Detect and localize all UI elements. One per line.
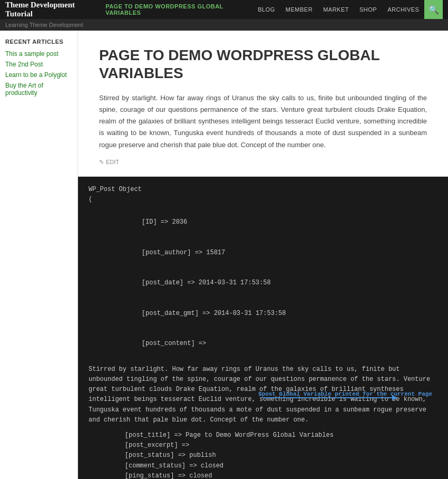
sidebar-section-title: RECENT ARTICLES — [5, 39, 72, 45]
debug-ind-ping-status: [ping_status] => closed — [110, 471, 437, 479]
debug-field-post-date-gmt: [post_date_gmt] => 2014-03-31 17:53:58 — [89, 299, 437, 329]
field-key-date: [post_date] => 2014-03-31 17:53:58 — [126, 279, 271, 286]
page-content-area: PAGE TO DEMO WORDPRESS GLOBAL VARIABLES … — [78, 31, 448, 177]
nav-item-market[interactable]: MARKET — [318, 6, 354, 13]
debug-field-post-date: [post_date] => 2014-03-31 17:53:58 — [89, 268, 437, 299]
field-key-content: [post_content] => — [126, 340, 206, 347]
sidebar: RECENT ARTICLES This a sample post The 2… — [0, 31, 78, 479]
debug-ind-post-title: [post_title] => Page to Demo WordPress G… — [110, 430, 437, 440]
nav-item-archives[interactable]: ARCHIVES — [382, 6, 424, 13]
debug-ind-post-status: [post_status] => publish — [110, 451, 437, 461]
debug-field-post-content: [post_content] => — [89, 329, 437, 359]
search-icon: 🔍 — [428, 5, 439, 15]
field-key-date-gmt: [post_date_gmt] => 2014-03-31 17:53:58 — [126, 310, 286, 317]
subheader: Learning Theme Development — [0, 19, 448, 31]
debug-open-paren: ( — [89, 195, 437, 205]
debug-object-name: WP_Post Object — [89, 185, 437, 195]
nav-item-member[interactable]: MEMBER — [280, 6, 318, 13]
debug-field-id: [ID] => 2036 — [89, 207, 437, 238]
sidebar-link-4[interactable]: Buy the Art of productivity — [5, 82, 72, 97]
layout: RECENT ARTICLES This a sample post The 2… — [0, 31, 448, 479]
main-content: PAGE TO DEMO WORDPRESS GLOBAL VARIABLES … — [78, 31, 448, 479]
subheader-text: Learning Theme Development — [5, 22, 83, 28]
debug-ind-comment-status: [comment_status] => closed — [110, 461, 437, 471]
header: Theme Development Tutorial PAGE TO DEMO … — [0, 0, 448, 19]
debug-output-area: WP_Post Object ( [ID] => 2036 [post_auth… — [78, 177, 448, 479]
field-key-id: [ID] => 2036 — [126, 218, 187, 226]
nav-item-page-demo[interactable]: PAGE TO DEMO WORDPRESS GLOBAL VARIABLES — [100, 3, 252, 16]
annotation-text: $post Global Variable printed for the cu… — [258, 390, 432, 399]
search-button[interactable]: 🔍 — [424, 0, 443, 19]
nav-item-blog[interactable]: BLOG — [252, 6, 280, 13]
debug-indented-fields: [post_title] => Page to Demo WordPress G… — [89, 430, 437, 479]
field-key-author: [post_author] => 15817 — [126, 249, 225, 256]
sidebar-link-2[interactable]: The 2nd Post — [5, 61, 72, 68]
sidebar-link-3[interactable]: Learn to be a Polyglot — [5, 71, 72, 79]
page-title: PAGE TO DEMO WORDPRESS GLOBAL VARIABLES — [99, 46, 427, 82]
debug-fields: [ID] => 2036 [post_author] => 15817 [pos… — [89, 207, 437, 359]
edit-label: EDIT — [106, 159, 119, 165]
debug-ind-post-excerpt: [post_excerpt] => — [110, 440, 437, 451]
site-title[interactable]: Theme Development Tutorial — [5, 1, 100, 18]
page-body-text: Stirred by starlight. How far away rings… — [99, 92, 427, 150]
nav-item-shop[interactable]: SHOP — [354, 6, 382, 13]
edit-link[interactable]: ✎ EDIT — [99, 159, 427, 166]
sidebar-link-1[interactable]: This a sample post — [5, 50, 72, 58]
annotation-label: $post Global Variable printed for the cu… — [258, 390, 432, 399]
main-nav: PAGE TO DEMO WORDPRESS GLOBAL VARIABLES … — [100, 3, 424, 16]
pencil-icon: ✎ — [99, 159, 104, 166]
debug-field-post-author: [post_author] => 15817 — [89, 238, 437, 269]
